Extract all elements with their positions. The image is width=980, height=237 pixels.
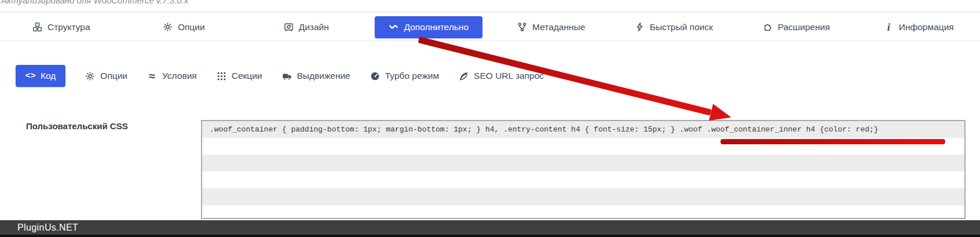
tab-label: Быстрый поиск: [650, 22, 713, 32]
tab-metadata[interactable]: Метаданные: [490, 16, 613, 38]
waves-icon: ≈: [147, 71, 157, 81]
code-icon: <>: [25, 71, 35, 81]
subtab-label: Условия: [162, 71, 197, 81]
tab-structure[interactable]: Структура: [0, 16, 123, 38]
css-code-line: .woof_container { padding-bottom: 1px; m…: [202, 121, 964, 138]
tab-label: Метаданные: [532, 22, 585, 32]
tab-label: Дизайн: [299, 22, 329, 32]
subtab-options[interactable]: Опции: [85, 71, 127, 81]
custom-css-label: Пользовательский CSS: [26, 121, 128, 131]
gauge-icon: [370, 71, 380, 81]
footer-brand: PluginUs.NET: [17, 223, 78, 233]
feather-icon: [459, 71, 469, 81]
vault-icon: [284, 22, 294, 32]
tab-label: Дополнительно: [404, 22, 469, 32]
footer-bar: PluginUs.NET: [0, 220, 980, 237]
tab-information[interactable]: i Информация: [858, 16, 980, 38]
subtab-sections[interactable]: Секции: [217, 71, 262, 81]
tab-extensions[interactable]: Расширения: [735, 16, 858, 38]
tab-quick-search[interactable]: Быстрый поиск: [613, 16, 736, 38]
subtab-label: SEO URL запрос: [474, 71, 544, 81]
bolt-icon: [635, 22, 645, 32]
subtab-label: Выдвижение: [297, 71, 350, 81]
tab-design[interactable]: Дизайн: [245, 16, 368, 38]
subtab-conditions[interactable]: ≈ Условия: [147, 71, 197, 81]
main-tab-bar: Структура Опции Дизайн Дополнительно: [0, 10, 980, 41]
subtab-turbo-mode[interactable]: Турбо режим: [370, 71, 439, 81]
subtab-label: Турбо режим: [385, 71, 439, 81]
tab-advanced[interactable]: Дополнительно: [368, 16, 491, 38]
subtab-label: Код: [41, 71, 56, 81]
cubes-icon: [32, 22, 42, 32]
nodes-icon: [517, 22, 527, 32]
gear-icon: [85, 71, 95, 81]
tab-label: Структура: [47, 22, 90, 32]
grid-icon: [217, 71, 226, 81]
subtab-seo-url[interactable]: SEO URL запрос: [459, 71, 544, 81]
gear-icon: [163, 22, 173, 32]
subtab-label: Опции: [100, 71, 127, 81]
puzzle-icon: [763, 22, 773, 32]
truck-icon: [282, 71, 292, 81]
tab-options-main[interactable]: Опции: [123, 16, 246, 38]
subtab-code[interactable]: <> Код: [16, 65, 65, 87]
sub-tab-bar: <> Код Опции ≈ Условия Секции Выдвижение…: [16, 64, 544, 88]
custom-css-textarea[interactable]: .woof_container { padding-bottom: 1px; m…: [201, 120, 966, 219]
wave-icon: [389, 22, 398, 32]
subtab-slideout[interactable]: Выдвижение: [282, 71, 350, 81]
tab-label: Расширения: [778, 22, 830, 32]
subtab-label: Секции: [232, 71, 262, 81]
tab-label: Опции: [178, 22, 205, 32]
tab-label: Информация: [899, 22, 954, 32]
info-icon: i: [884, 22, 894, 32]
top-note-strip: Актуализировано для WooCommerce v.7.3.0.…: [0, 0, 980, 10]
woocommerce-version-note: Актуализировано для WooCommerce v.7.3.0.…: [1, 0, 188, 5]
